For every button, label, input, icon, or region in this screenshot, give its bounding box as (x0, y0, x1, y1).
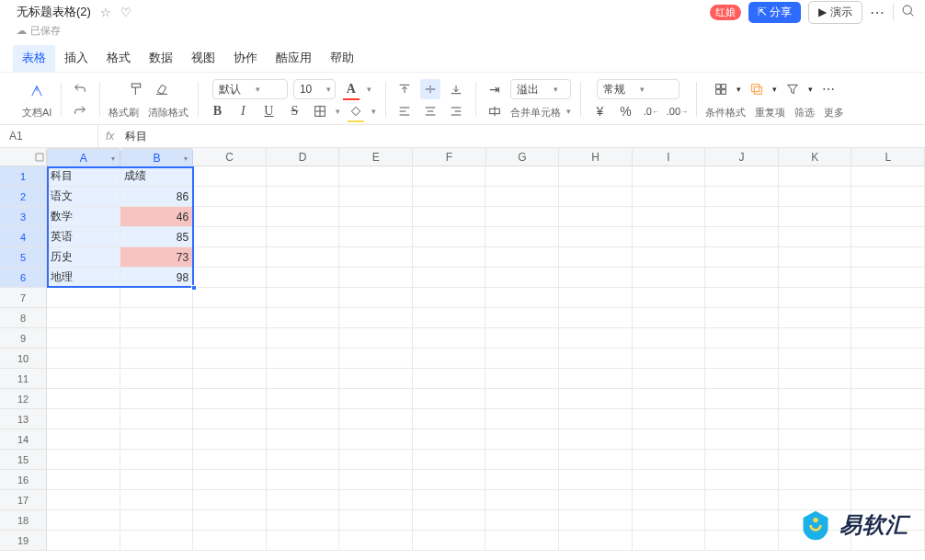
currency-button[interactable]: ¥ (589, 101, 610, 121)
cell-E17[interactable] (339, 490, 413, 510)
cell-D7[interactable] (267, 288, 340, 308)
cell-B9[interactable] (120, 328, 194, 349)
cell-I10[interactable] (633, 349, 706, 369)
cell-C17[interactable] (193, 490, 267, 510)
cell-I19[interactable] (633, 531, 706, 551)
cell-G9[interactable] (485, 328, 559, 349)
menu-item-3[interactable]: 数据 (140, 45, 182, 72)
cell-J16[interactable] (705, 470, 779, 490)
strike-button[interactable]: S (284, 101, 304, 121)
cell-B19[interactable] (120, 531, 194, 551)
cell-C4[interactable] (193, 227, 267, 247)
cell-F4[interactable] (413, 227, 486, 247)
cell-E7[interactable] (339, 288, 413, 308)
cell-F1[interactable] (413, 166, 486, 187)
merge-button[interactable]: 合并单元格 (510, 106, 561, 120)
cell-E5[interactable] (339, 247, 413, 268)
cell-F16[interactable] (413, 470, 486, 490)
cell-C1[interactable] (193, 166, 267, 187)
cell-E16[interactable] (339, 470, 413, 490)
cell-C13[interactable] (193, 409, 267, 429)
cell-B18[interactable] (120, 510, 194, 531)
row-header-5[interactable]: 5 (0, 247, 47, 268)
user-badge[interactable]: 红娘 (710, 5, 741, 20)
cell-E6[interactable] (339, 268, 413, 288)
cell-K17[interactable] (779, 490, 852, 510)
cell-H2[interactable] (559, 187, 633, 207)
cell-D6[interactable] (267, 268, 340, 288)
cell-I8[interactable] (633, 308, 706, 328)
cell-I3[interactable] (633, 207, 706, 227)
cell-J9[interactable] (705, 328, 779, 349)
cell-H19[interactable] (559, 531, 633, 551)
row-header-17[interactable]: 17 (0, 490, 47, 510)
row-header-2[interactable]: 2 (0, 187, 47, 207)
cell-H16[interactable] (559, 470, 633, 490)
cell-J13[interactable] (705, 409, 779, 429)
cell-D9[interactable] (267, 328, 340, 349)
cell-H3[interactable] (559, 207, 633, 227)
dup-icon[interactable] (747, 79, 767, 99)
cell-G5[interactable] (485, 247, 559, 268)
cell-L17[interactable] (851, 490, 925, 510)
cell-E2[interactable] (339, 187, 413, 207)
cell-C10[interactable] (193, 349, 267, 369)
cell-K2[interactable] (779, 187, 852, 207)
cell-H9[interactable] (559, 328, 633, 349)
cell-I1[interactable] (633, 166, 706, 187)
cell-J18[interactable] (705, 510, 779, 531)
cell-H18[interactable] (559, 510, 633, 531)
cell-H10[interactable] (559, 349, 633, 369)
cell-A14[interactable] (47, 429, 120, 450)
cell-D4[interactable] (267, 227, 340, 247)
cell-B2[interactable]: 86 (120, 187, 194, 207)
cell-B11[interactable] (120, 369, 194, 389)
cell-J10[interactable] (705, 349, 779, 369)
cell-D2[interactable] (267, 187, 340, 207)
cell-I17[interactable] (633, 490, 706, 510)
star-icon[interactable]: ☆ (100, 6, 111, 19)
cell-K8[interactable] (779, 308, 852, 328)
menu-item-1[interactable]: 插入 (55, 45, 97, 72)
cell-I18[interactable] (633, 510, 706, 531)
cell-E4[interactable] (339, 227, 413, 247)
cell-I5[interactable] (633, 247, 706, 268)
cell-K4[interactable] (779, 227, 852, 247)
cell-C12[interactable] (193, 389, 267, 409)
cell-J6[interactable] (705, 268, 779, 288)
cell-I6[interactable] (633, 268, 706, 288)
cell-G11[interactable] (485, 369, 559, 389)
bold-button[interactable]: B (207, 101, 227, 121)
cell-C16[interactable] (193, 470, 267, 490)
cell-I12[interactable] (633, 389, 706, 409)
cell-I14[interactable] (633, 429, 706, 450)
cell-G6[interactable] (485, 268, 559, 288)
cell-L5[interactable] (851, 247, 925, 268)
cell-A13[interactable] (47, 409, 120, 429)
merge-icon[interactable] (485, 101, 505, 121)
cell-E3[interactable] (339, 207, 413, 227)
cell-E1[interactable] (339, 166, 413, 187)
align-center-button[interactable] (420, 101, 440, 121)
cell-K5[interactable] (779, 247, 852, 268)
menu-item-7[interactable]: 帮助 (321, 45, 363, 72)
cell-L1[interactable] (851, 166, 925, 187)
cell-F18[interactable] (413, 510, 486, 531)
cell-B6[interactable]: 98 (120, 268, 194, 288)
cell-C5[interactable] (193, 247, 267, 268)
cell-E11[interactable] (339, 369, 413, 389)
fill-color-button[interactable] (346, 101, 366, 121)
col-header-G[interactable]: G (486, 148, 560, 166)
cell-D8[interactable] (267, 308, 340, 328)
cell-C3[interactable] (193, 207, 267, 227)
cell-D3[interactable] (267, 207, 340, 227)
cell-G12[interactable] (485, 389, 559, 409)
cell-H6[interactable] (559, 268, 633, 288)
present-button[interactable]: ▶ 演示 (808, 1, 862, 24)
cell-K11[interactable] (779, 369, 852, 389)
cell-K14[interactable] (779, 429, 852, 450)
cell-B3[interactable]: 46 (120, 207, 194, 227)
cell-F7[interactable] (413, 288, 486, 308)
cell-I15[interactable] (633, 450, 706, 470)
cell-H4[interactable] (559, 227, 633, 247)
